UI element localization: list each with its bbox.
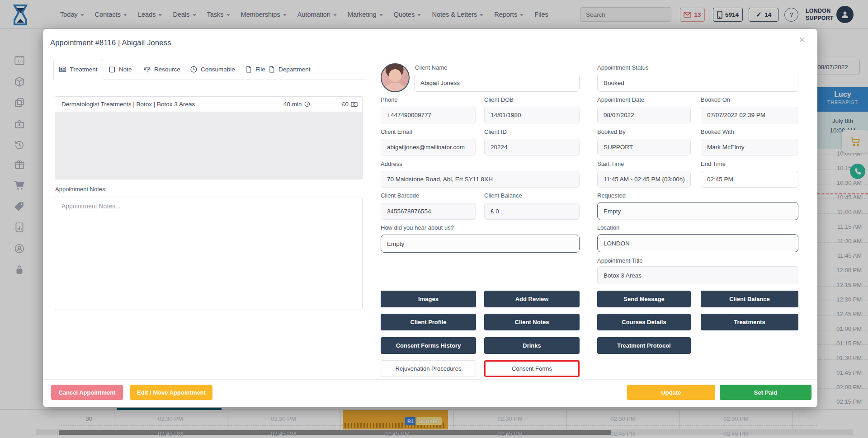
consent-forms-button[interactable]: Consent Forms xyxy=(484,360,580,377)
client-id-field[interactable]: 20224 xyxy=(484,139,580,155)
duration-clock-icon xyxy=(304,101,310,107)
tab-label: Consumable xyxy=(201,66,235,73)
label-appointment-notes: Appointment Notes: xyxy=(55,186,107,193)
rejuvenation-procedures-button[interactable]: Rejuvenation Procedures xyxy=(381,360,476,377)
update-button[interactable]: Update xyxy=(627,385,715,400)
header-divider xyxy=(43,55,817,55)
note-icon xyxy=(108,66,116,73)
client-photo[interactable] xyxy=(381,63,410,92)
hear-about-select[interactable]: Empty xyxy=(381,235,580,253)
treatment-duration: 40 min xyxy=(283,101,310,108)
start-time-field[interactable]: 11:45 AM - 02:45 PM (03:00h) xyxy=(597,171,691,188)
booked-on-field[interactable]: 07/07/2022 02:39 PM xyxy=(701,107,798,123)
edit-move-appointment-button[interactable]: Edit / Move Appointment xyxy=(130,385,212,400)
treatment-price: £0 xyxy=(342,101,358,108)
label-end-time: End Time xyxy=(701,160,726,167)
label-appointment-status: Appointment Status xyxy=(597,64,648,71)
tab-label: Department xyxy=(278,66,311,73)
treatment-protocol-button[interactable]: Treatment Protocol xyxy=(597,337,691,354)
file-icon xyxy=(245,66,252,73)
booked-by-field[interactable]: SUPPORT xyxy=(597,139,691,155)
label-client-dob: Client DOB xyxy=(484,96,514,103)
footer-divider xyxy=(43,379,817,380)
client-barcode-field[interactable]: 3455678976554 xyxy=(381,203,476,220)
tab-note[interactable]: Note xyxy=(108,59,132,80)
end-time-field[interactable] xyxy=(701,171,798,188)
tab-label: Note xyxy=(119,66,132,73)
document-icon xyxy=(268,66,275,73)
tab-file[interactable]: File xyxy=(245,59,265,80)
app: Today Contacts Leads Deals Tasks Members… xyxy=(0,0,868,438)
client-name-field[interactable] xyxy=(414,74,580,92)
price-icon xyxy=(351,102,358,107)
tab-resource[interactable]: Resource xyxy=(143,59,180,80)
location-select[interactable]: LONDON xyxy=(597,234,798,252)
appointment-status-field[interactable] xyxy=(597,74,798,92)
appointment-notes-textarea[interactable] xyxy=(55,197,363,310)
appointment-date-field[interactable]: 08/07/2022 xyxy=(597,107,691,123)
treatment-icon xyxy=(59,66,66,73)
treatment-name: Dermatologist Treatments | Botox | Botox… xyxy=(61,101,195,108)
consent-forms-history-button[interactable]: Consent Forms History xyxy=(381,337,476,354)
label-client-barcode: Client Barcode xyxy=(381,192,419,199)
tab-consumable[interactable]: Consumable xyxy=(190,59,235,80)
label-client-email: Client Email xyxy=(381,128,412,135)
clock-icon xyxy=(190,66,198,73)
close-icon[interactable]: × xyxy=(799,34,805,45)
client-balance-field[interactable]: £ 0 xyxy=(484,203,580,220)
appointment-modal: Appointment #8116 | Abigail Joness × Tre… xyxy=(43,29,817,407)
courses-details-button[interactable]: Courses Details xyxy=(597,314,691,330)
label-hear-about: How did you hear about us? xyxy=(381,224,454,231)
label-phone: Phone xyxy=(381,96,398,103)
label-appointment-title: Appointment Title xyxy=(597,257,642,264)
tabs-divider xyxy=(103,80,365,80)
treatment-row[interactable]: Dermatologist Treatments | Botox | Botox… xyxy=(55,97,362,112)
label-booked-on: Booked On xyxy=(701,96,730,103)
scales-icon xyxy=(143,66,151,73)
cancel-appointment-button[interactable]: Cancel Appointment xyxy=(51,385,123,400)
treatment-list-panel: Dermatologist Treatments | Botox | Botox… xyxy=(55,96,363,179)
client-notes-button[interactable]: Client Notes xyxy=(484,314,580,330)
add-review-button[interactable]: Add Review xyxy=(484,291,580,307)
drinks-button[interactable]: Drinks xyxy=(484,337,580,354)
tab-treatment[interactable]: Treatment xyxy=(53,59,103,80)
label-start-time: Start Time xyxy=(597,160,624,167)
address-field[interactable]: 70 Maidstone Road, Abl, Ert SY11 8XH xyxy=(381,171,580,188)
label-client-id: Client ID xyxy=(484,128,507,135)
appointment-title-field[interactable]: Botox 3 Areas xyxy=(597,266,798,284)
label-appointment-date: Appointment Date xyxy=(597,96,644,103)
client-profile-button[interactable]: Client Profile xyxy=(381,314,476,330)
label-client-balance: Client Balance xyxy=(484,192,522,199)
requested-select[interactable]: Empty xyxy=(597,202,798,220)
label-requested: Requested xyxy=(597,192,626,199)
treatments-button[interactable]: Treatments xyxy=(701,314,798,330)
tab-label: Treatment xyxy=(70,66,97,73)
client-dob-field[interactable]: 14/01/1980 xyxy=(484,107,580,123)
modal-title: Appointment #8116 | Abigail Joness xyxy=(50,38,171,47)
tab-label: File xyxy=(255,66,265,73)
tab-label: Resource xyxy=(154,66,180,73)
tab-department[interactable]: Department xyxy=(268,59,311,80)
images-button[interactable]: Images xyxy=(381,291,476,307)
label-booked-by: Booked By xyxy=(597,128,626,135)
label-address: Address xyxy=(381,160,402,167)
label-location: Location xyxy=(597,224,619,231)
label-client-name: Client Name xyxy=(415,64,448,71)
phone-field[interactable]: +447490009777 xyxy=(381,107,476,123)
set-paid-button[interactable]: Set Paid xyxy=(720,385,811,400)
client-email-field[interactable]: abigailjones@mailinator.com xyxy=(381,139,476,155)
booked-with-field[interactable]: Mark McElroy xyxy=(701,139,798,155)
label-booked-with: Booked With xyxy=(701,128,734,135)
client-balance-button[interactable]: Client Balance xyxy=(701,291,798,307)
send-message-button[interactable]: Send Message xyxy=(597,291,691,307)
